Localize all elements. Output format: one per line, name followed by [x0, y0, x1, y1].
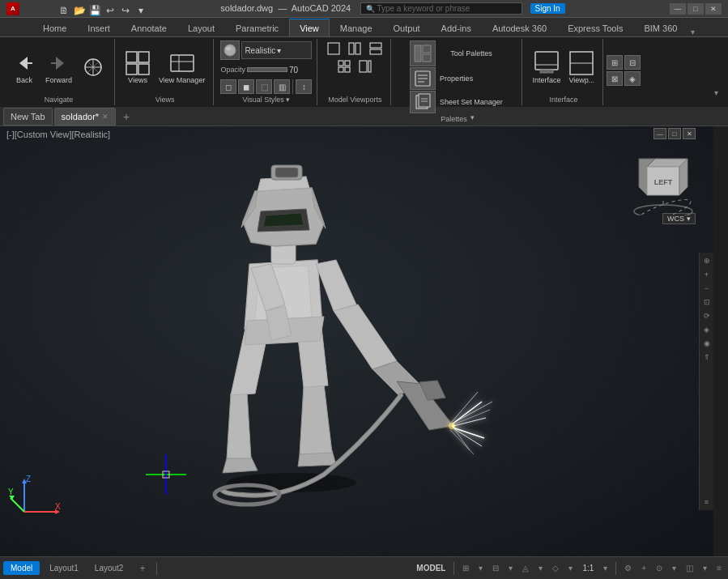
- viewport-btn-2[interactable]: [345, 40, 364, 57]
- tab-addins[interactable]: Add-ins: [431, 19, 482, 36]
- close-btn[interactable]: ✕: [705, 3, 722, 15]
- new-tab-btn[interactable]: +: [117, 108, 135, 126]
- vp-minimize-btn[interactable]: —: [653, 128, 666, 139]
- layout2-tab[interactable]: Layout2: [88, 562, 130, 574]
- qa-dropdown-btn[interactable]: ▾: [134, 3, 148, 18]
- ortho-dropdown[interactable]: ▾: [535, 563, 546, 573]
- zoom-out-btn[interactable]: −: [700, 282, 713, 295]
- scale-dropdown[interactable]: ▾: [600, 563, 611, 573]
- extra-btn-4[interactable]: ◈: [624, 71, 641, 86]
- properties-btn[interactable]: Properties: [437, 74, 475, 83]
- pal-btn-3[interactable]: ⬚: [256, 79, 272, 94]
- tab-home[interactable]: Home: [32, 19, 77, 36]
- pal-btn-2[interactable]: ◼: [238, 79, 254, 94]
- tab-view[interactable]: View: [289, 19, 330, 36]
- back-label: Back: [16, 76, 32, 85]
- tab-insert[interactable]: Insert: [77, 19, 121, 36]
- ortho-btn[interactable]: ◬: [519, 563, 532, 573]
- forward-btn[interactable]: Forward: [42, 49, 75, 87]
- ribbon-collapse-btn[interactable]: ▾: [714, 88, 718, 97]
- vp-close-btn[interactable]: ✕: [683, 128, 696, 139]
- ribbon-group-visual-styles: Realistic ▾ Opacity 70 ◻ ◼ ⬚ ▥ ↕ Visual …: [215, 39, 317, 105]
- tab-annotate[interactable]: Annotate: [121, 19, 177, 36]
- walk-btn[interactable]: ⇑: [700, 351, 713, 364]
- ribbon-expand-btn[interactable]: ▾: [691, 28, 695, 36]
- sign-in-btn[interactable]: Sign In: [530, 3, 565, 14]
- svg-point-16: [224, 45, 236, 56]
- extra-btn-3[interactable]: ⊠: [607, 71, 623, 86]
- snap-btn[interactable]: ⊟: [489, 563, 502, 573]
- settings-btn[interactable]: ⚙: [621, 563, 635, 573]
- wcs-arrow[interactable]: ▾: [687, 215, 691, 223]
- view-manager-btn[interactable]: View Manager: [155, 49, 208, 87]
- viewport-btn-3[interactable]: [366, 40, 385, 57]
- save-btn[interactable]: 💾: [87, 3, 102, 18]
- palettes-expand-icon[interactable]: ▾: [470, 113, 475, 121]
- tab-manage[interactable]: Manage: [330, 19, 383, 36]
- zoom-in-btn[interactable]: +: [700, 268, 713, 281]
- open-file-btn[interactable]: 📂: [72, 3, 87, 18]
- extra-btn-2[interactable]: ⊟: [624, 55, 641, 70]
- polar-dropdown[interactable]: ▾: [565, 563, 576, 573]
- viewcube[interactable]: LEFT WCS ▾: [631, 151, 696, 264]
- tab-autodesk360[interactable]: Autodesk 360: [482, 19, 557, 36]
- new-file-btn[interactable]: 🗎: [57, 3, 71, 18]
- workspace-dropdown[interactable]: ▾: [669, 563, 679, 573]
- sheet-set-btn[interactable]: Sheet Set Manager: [437, 97, 505, 107]
- snap-dropdown[interactable]: ▾: [505, 563, 516, 573]
- viewcube-svg[interactable]: LEFT: [631, 151, 696, 215]
- tab-soldador[interactable]: soldador* ✕: [54, 108, 116, 126]
- search-placeholder[interactable]: Type a keyword or phrase: [377, 4, 470, 13]
- vp-props-btn[interactable]: ≡: [700, 496, 713, 509]
- extra-btn-1[interactable]: ⊞: [607, 55, 623, 70]
- menu-btn[interactable]: ≡: [713, 563, 725, 573]
- svg-rect-9: [126, 52, 137, 62]
- opacity-slider[interactable]: [247, 67, 287, 72]
- vp-maximize-btn[interactable]: □: [668, 128, 681, 139]
- tab-new[interactable]: New Tab: [3, 108, 53, 126]
- maximize-btn[interactable]: □: [688, 3, 704, 15]
- polar-btn[interactable]: ◇: [549, 563, 562, 573]
- redo-btn[interactable]: ↪: [118, 3, 133, 18]
- minimize-btn[interactable]: —: [670, 3, 686, 15]
- pal-btn-5[interactable]: ↕: [296, 79, 312, 94]
- tab-bim360[interactable]: BIM 360: [633, 19, 688, 36]
- workspace-btn[interactable]: ⊙: [653, 563, 666, 573]
- views-btn[interactable]: Views: [121, 49, 154, 87]
- viewport-btn-1[interactable]: [324, 40, 343, 57]
- grid-btn[interactable]: ⊞: [459, 563, 472, 573]
- pan-btn[interactable]: ⊕: [700, 254, 713, 267]
- title-center: soldador.dwg — AutoCAD 2024 🔍 Type a key…: [116, 2, 670, 15]
- look-btn[interactable]: ◉: [700, 337, 713, 350]
- back-btn[interactable]: Back: [8, 49, 40, 87]
- interface-btn[interactable]: Interface: [529, 49, 564, 87]
- zoom-extents-btn[interactable]: ⊡: [700, 296, 713, 309]
- viewport-config-large-btn[interactable]: Viewp...: [565, 49, 598, 87]
- tab-parametric[interactable]: Parametric: [225, 19, 289, 36]
- orbit-btn[interactable]: ⟳: [700, 309, 713, 322]
- add-btn[interactable]: +: [638, 563, 649, 573]
- tab-express-tools[interactable]: Express Tools: [557, 19, 633, 36]
- tab-layout[interactable]: Layout: [177, 19, 225, 36]
- grid-dropdown[interactable]: ▾: [475, 563, 486, 573]
- tab-output[interactable]: Output: [383, 19, 431, 36]
- svg-marker-49: [300, 384, 332, 454]
- layout-dropdown[interactable]: ▾: [700, 563, 710, 573]
- pal-btn-1[interactable]: ◻: [220, 79, 236, 94]
- pal-btn-4[interactable]: ▥: [274, 79, 290, 94]
- nav-options-btn[interactable]: [77, 53, 109, 82]
- 3d-nav-btn[interactable]: ◈: [700, 323, 713, 336]
- visual-styles-dropdown[interactable]: Realistic ▾: [241, 41, 312, 59]
- app-icon[interactable]: A: [6, 2, 19, 15]
- soldador-tab-close[interactable]: ✕: [102, 113, 109, 121]
- visual-styles-expand[interactable]: ▾: [286, 96, 290, 104]
- named-viewports-btn[interactable]: [355, 58, 375, 75]
- model-tab[interactable]: Model: [3, 561, 40, 575]
- tool-palettes-btn[interactable]: Tool Palettes: [437, 49, 505, 58]
- add-layout-btn[interactable]: +: [133, 561, 151, 576]
- layout1-tab[interactable]: Layout1: [43, 562, 85, 574]
- undo-btn[interactable]: ↩: [103, 3, 117, 18]
- layout-panel-btn[interactable]: ◫: [683, 563, 696, 573]
- viewport-btn-4[interactable]: [334, 58, 354, 75]
- nav-options-icon: [80, 54, 106, 80]
